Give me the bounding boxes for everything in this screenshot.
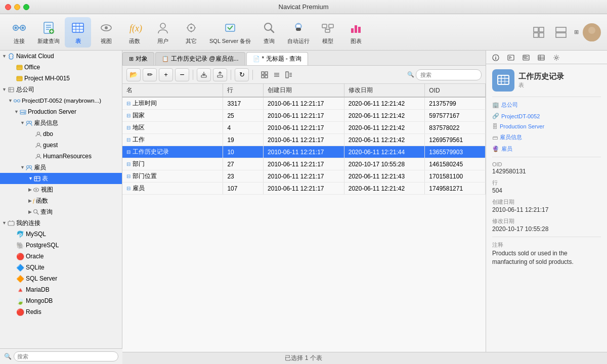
export-button[interactable] [213, 68, 227, 81]
info-row-project: 🔗 ProjectDT-0052 [492, 113, 601, 119]
row-table-icon: ⊟ [126, 149, 131, 155]
list-view-button[interactable] [271, 69, 283, 81]
refresh-button[interactable]: ↻ [235, 68, 249, 81]
sidebar-item-mariadb[interactable]: 🔺 MariaDB [0, 284, 122, 295]
sidebar-search-input[interactable] [14, 351, 118, 352]
table-row[interactable]: ⊟雇员 107 2010-06-11 12:21:17 2020-06-11 1… [122, 183, 486, 195]
my-connections-label: 我的连接 [16, 219, 40, 228]
object-search-input[interactable] [416, 69, 482, 80]
sidebar-item-human-resources[interactable]: HumanResources [0, 151, 122, 162]
toolbar-chart-button[interactable]: 图表 [343, 17, 369, 48]
view-toggle-1-button[interactable] [530, 21, 548, 43]
edit-button[interactable]: ✏ [143, 68, 157, 81]
svg-point-4 [22, 26, 24, 29]
work-history-tab-icon: 📋 [162, 56, 169, 62]
table-row[interactable]: ⊟部门 27 2010-06-11 12:21:17 2020-10-17 10… [122, 158, 486, 170]
col-header-name[interactable]: 名 [122, 84, 223, 97]
svg-point-22 [190, 27, 192, 29]
sidebar-item-mongodb[interactable]: 🍃 MongoDB [0, 295, 122, 306]
rp-tab-info[interactable] [489, 53, 502, 64]
mariadb-icon: 🔺 [16, 286, 24, 294]
toolbar-table-button[interactable]: 表 [65, 17, 91, 48]
sidebar-item-sqlite[interactable]: 🔷 SQLite [0, 262, 122, 273]
sidebar-item-project-mh-0015[interactable]: Project MH-0015 [0, 73, 122, 84]
sidebar-item-mysql[interactable]: 🐬 MySQL [0, 229, 122, 240]
user-avatar [583, 23, 601, 41]
mariadb-label: MariaDB [26, 286, 50, 293]
project-mh-0015-label: Project MH-0015 [24, 75, 70, 82]
status-text: 已选择 1 个表 [285, 354, 322, 362]
table-row[interactable]: ⊟国家 25 2010-06-11 12:21:17 2020-06-11 12… [122, 110, 486, 122]
sidebar-item-guest[interactable]: guest [0, 140, 122, 151]
rp-tab-settings[interactable] [550, 53, 563, 64]
maximize-button[interactable] [23, 4, 29, 10]
sidebar-item-production-server[interactable]: ▼ Production Server [0, 106, 122, 117]
close-button[interactable] [5, 4, 11, 10]
rp-tab-preview[interactable] [519, 53, 533, 64]
chevron-down-icon-3: ▼ [8, 98, 13, 103]
sidebar-item-redis[interactable]: 🔴 Redis [0, 306, 122, 317]
sidebar-item-total-company[interactable]: ▼ 总公司 [0, 84, 122, 95]
import-button[interactable] [197, 68, 211, 81]
projectdt-0052-label: ProjectDT-0052 (marybrown...) [22, 98, 101, 104]
view-toggle-2-button[interactable] [552, 21, 570, 43]
svg-rect-23 [226, 24, 235, 31]
postgresql-label: PostgreSQL [26, 242, 59, 249]
open-folder-button[interactable]: 📂 [126, 68, 141, 81]
table-row[interactable]: ⊟部门位置 23 2010-06-11 12:21:17 2020-06-11 … [122, 170, 486, 183]
sidebar-item-dbo[interactable]: dbo [0, 128, 122, 140]
toolbar-query-button[interactable]: 查询 [256, 17, 282, 48]
dbo-label: dbo [43, 130, 53, 138]
col-header-created[interactable]: 创建日期 [264, 84, 344, 97]
sidebar-item-my-connections[interactable]: ▼ 我的连接 [0, 217, 122, 229]
minimize-button[interactable] [14, 4, 20, 10]
toolbar-connect-button[interactable]: 连接 [6, 17, 32, 48]
toolbar-sqlserver-backup-button[interactable]: SQL Server 备份 [206, 17, 254, 48]
sidebar-item-oracle[interactable]: 🔴 Oracle [0, 251, 122, 262]
toolbar-view-button[interactable]: 视图 [93, 17, 119, 48]
svg-point-57 [17, 100, 20, 102]
tab-untitled-query[interactable]: 📄 * 无标题 - 查询 [246, 52, 309, 65]
add-button[interactable]: + [159, 68, 173, 81]
sidebar-item-tables[interactable]: ▼ 表 [0, 173, 122, 184]
sidebar-item-navicat-cloud[interactable]: ▼ Navicat Cloud [0, 51, 122, 62]
mongodb-label: MongoDB [26, 297, 53, 304]
rp-tab-ddl[interactable] [504, 53, 517, 64]
sidebar-item-employee[interactable]: ▼ 雇员 [0, 162, 122, 173]
toolbar-model-button[interactable]: 模型 [315, 17, 341, 48]
query-label: 查询 [264, 37, 275, 45]
detail-view-button[interactable] [283, 69, 295, 81]
grid-view-button[interactable] [258, 69, 271, 81]
toolbar-user-button[interactable]: 用户 [150, 17, 176, 48]
sidebar-item-employee-info[interactable]: ▼ 雇员信息 [0, 117, 122, 128]
sidebar-item-postgresql[interactable]: 🐘 PostgreSQL [0, 240, 122, 251]
table-row[interactable]: ⊟工作历史记录 10 2010-06-11 12:21:17 2020-06-1… [122, 146, 486, 158]
col-header-oid[interactable]: OID [425, 84, 486, 97]
svg-rect-109 [498, 75, 509, 84]
toolbar-auto-run-button[interactable]: 自动运行 [284, 17, 313, 48]
sidebar-item-views[interactable]: ▶ 视图 [0, 184, 122, 195]
toolbar-new-query-button[interactable]: 新建查询 [34, 17, 63, 48]
table-row[interactable]: ⊟上班时间 3317 2010-06-11 12:21:17 2020-06-1… [122, 97, 486, 110]
table-row[interactable]: ⊟地区 4 2010-06-11 12:21:17 2020-06-11 12:… [122, 122, 486, 134]
objects-table: 名 行 创建日期 修改日期 OID ⊟上班时间 3317 2010-06-11 … [122, 84, 486, 195]
table-row[interactable]: ⊟工作 19 2010-06-11 12:21:17 2020-06-11 12… [122, 134, 486, 146]
tab-work-history[interactable]: 📋 工作历史记录 @雇员信... [155, 52, 245, 65]
tab-objects[interactable]: ⊞ 对象 [122, 52, 154, 65]
toolbar-function-button[interactable]: f(x) 函数 [121, 17, 148, 48]
svg-rect-101 [524, 56, 526, 58]
info-row-modified: 修改日期 2020-10-17 10:55:28 [492, 217, 601, 233]
rp-tab-table-rows[interactable] [535, 53, 548, 64]
app-title: Navicat Premium [279, 3, 329, 11]
sidebar-item-functions[interactable]: ▶ f 函数 [0, 195, 122, 206]
col-header-modified[interactable]: 修改日期 [344, 84, 425, 97]
function-icon: f(x) [126, 20, 143, 36]
sidebar-item-sql-server[interactable]: 🔶 SQL Server [0, 273, 122, 284]
col-header-rows[interactable]: 行 [223, 84, 264, 97]
delete-button[interactable]: − [175, 68, 189, 81]
sidebar-item-office[interactable]: Office [0, 62, 122, 73]
toolbar-other-button[interactable]: 其它 [178, 17, 204, 48]
svg-rect-42 [539, 33, 544, 37]
sidebar-item-projectdt-0052[interactable]: ▼ ProjectDT-0052 (marybrown...) [0, 95, 122, 106]
sidebar-item-queries[interactable]: ▶ 查询 [0, 206, 122, 217]
